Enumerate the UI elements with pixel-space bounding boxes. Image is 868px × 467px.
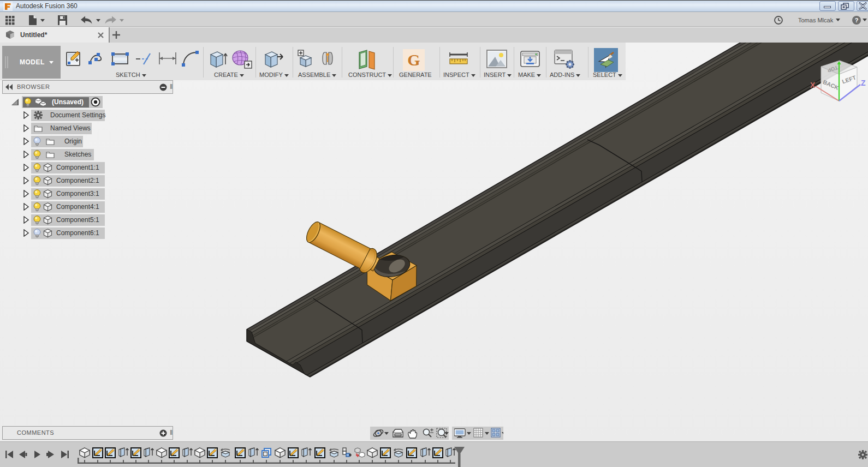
svg-text:?: ?: [855, 17, 859, 23]
svg-text:X: X: [810, 81, 816, 89]
svg-text:G: G: [407, 51, 420, 69]
svg-text:Z: Z: [861, 79, 866, 87]
